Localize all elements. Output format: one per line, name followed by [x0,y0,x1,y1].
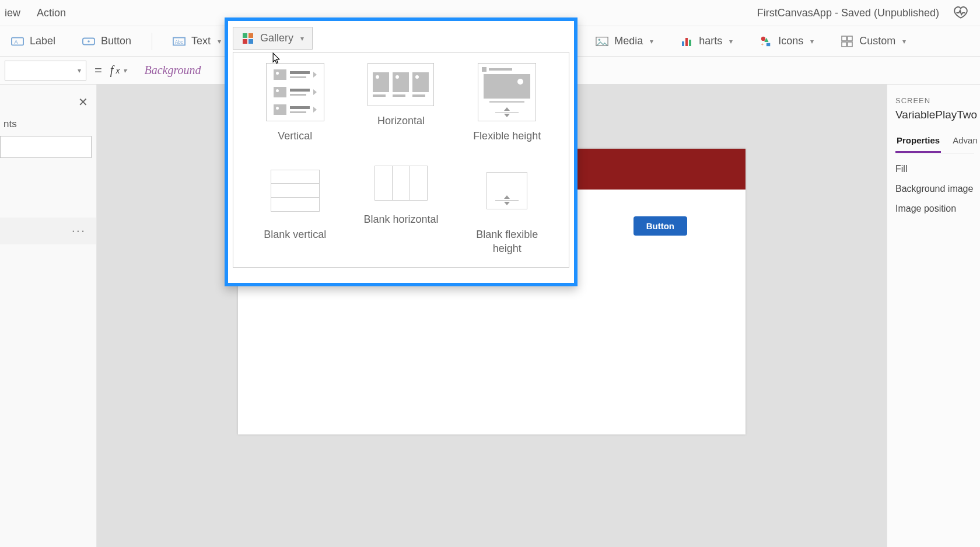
svg-rect-23 [842,42,846,47]
svg-rect-17 [689,40,691,46]
prop-fill[interactable]: Fill [895,164,974,174]
element-name: VariablePlayTwo [895,108,974,121]
svg-rect-15 [682,41,684,46]
ribbon-custom[interactable]: Custom ▾ [834,31,912,51]
element-kind: SCREEN [895,96,974,105]
gallery-option-horizontal[interactable]: Horizontal [363,63,440,143]
ribbon-text[interactable]: Abc Text ▾ [166,31,228,51]
chevron-down-icon: ▾ [902,37,906,45]
ribbon-icons[interactable]: + Icons ▾ [753,31,820,51]
svg-point-3 [88,40,90,43]
chevron-down-icon: ▾ [650,37,653,45]
properties-tabs: Properties Advan [895,132,974,153]
ribbon-media-text: Media [614,35,643,47]
svg-rect-24 [848,42,852,47]
svg-rect-16 [685,38,688,46]
menubar-left: iew Action [5,7,66,19]
properties-pane: SCREEN VariablePlayTwo Properties Advan … [887,85,980,547]
menubar-right: FirstCanvasApp - Saved (Unpublished) [757,5,975,20]
gallery-option-flexible[interactable]: Flexible height [468,63,545,143]
gallery-label: Vertical [278,129,312,143]
canvas-button[interactable]: Button [634,216,687,236]
button-icon [82,36,95,47]
property-dropdown[interactable]: ▾ [5,61,86,80]
gallery-label: Blank horizontal [363,213,438,226]
equals-sign: = [94,63,102,78]
ribbon-charts-text: harts [699,35,722,47]
thumb-horizontal [368,63,434,106]
health-icon[interactable] [953,5,968,20]
svg-text:+: + [761,42,764,47]
gallery-grid: Vertical Horizontal Flexible height Blan… [233,52,569,255]
tree-header: ✕ [0,90,96,116]
tree-pane: ✕ nts ··· [0,85,97,547]
svg-point-18 [761,36,765,40]
text-icon: Abc [173,36,186,47]
popup-gallery-label: Gallery [260,32,293,44]
svg-text:A: A [15,38,19,44]
gallery-popup: Gallery ▾ Vertical Horizontal [225,17,578,286]
thumb-blank-flexible [478,162,536,220]
ribbon-button[interactable]: Button [76,31,138,51]
gallery-label: Flexible height [473,129,541,143]
ribbon-label-text: Label [30,35,55,47]
gallery-option-blank-horizontal[interactable]: Blank horizontal [363,162,440,255]
charts-icon [680,36,693,47]
icons-icon: + [760,36,772,47]
menu-view[interactable]: iew [5,7,20,19]
gallery-option-blank-flexible[interactable]: Blank flexible height [468,162,545,255]
prop-background-image[interactable]: Background image [895,184,974,194]
media-icon [596,36,608,47]
ribbon-text-text: Text [191,35,211,47]
formula-text[interactable]: Background [135,64,201,77]
chevron-down-icon: ▾ [300,34,304,43]
tab-advanced[interactable]: Advan [951,132,979,153]
chevron-down-icon: ▾ [78,66,81,75]
chevron-down-icon: ▾ [123,66,127,75]
cursor-icon [272,52,281,64]
svg-rect-25 [243,33,247,38]
ribbon-media[interactable]: Media ▾ [589,31,660,51]
popup-gallery-button[interactable]: Gallery ▾ [233,27,313,50]
svg-rect-21 [842,36,846,41]
ribbon-button-text: Button [101,35,131,47]
ribbon-charts[interactable]: harts ▾ [674,31,739,51]
ribbon-custom-text: Custom [859,35,895,47]
close-icon[interactable]: ✕ [78,95,88,109]
chevron-down-icon: ▾ [729,37,733,45]
svg-rect-28 [249,39,253,44]
gallery-label: Blank vertical [264,228,326,241]
chevron-down-icon: ▾ [810,37,814,45]
svg-text:Abc: Abc [175,39,183,44]
gallery-label: Horizontal [377,114,425,128]
thumb-flexible [478,63,536,121]
ribbon-icons-text: Icons [778,35,803,47]
fx-button[interactable]: fx▾ [110,64,127,77]
thumb-blank-vertical [266,162,324,220]
thumb-blank-horizontal [368,162,434,205]
gallery-option-blank-vertical[interactable]: Blank vertical [257,162,334,255]
tab-properties[interactable]: Properties [895,132,941,153]
chevron-down-icon: ▾ [218,37,221,45]
tree-title: nts [0,116,96,136]
thumb-vertical [266,63,324,121]
svg-rect-27 [243,39,247,44]
gallery-inner: Vertical Horizontal Flexible height Blan… [233,52,569,268]
gallery-option-vertical[interactable]: Vertical [257,63,334,143]
custom-icon [841,36,853,47]
svg-rect-22 [848,36,852,41]
svg-rect-19 [766,43,770,45]
ribbon-label[interactable]: A Label [5,31,62,51]
svg-point-14 [598,38,601,41]
menu-action[interactable]: Action [37,7,66,19]
app-status: FirstCanvasApp - Saved (Unpublished) [757,7,939,19]
gallery-icon [242,33,254,44]
svg-rect-26 [249,33,253,38]
label-icon: A [11,36,24,47]
tree-search-input[interactable] [0,136,92,158]
ribbon-sep [152,33,152,50]
prop-image-position[interactable]: Image position [895,204,974,214]
gallery-label: Blank flexible height [468,228,545,255]
tree-item-more[interactable]: ··· [0,218,96,244]
